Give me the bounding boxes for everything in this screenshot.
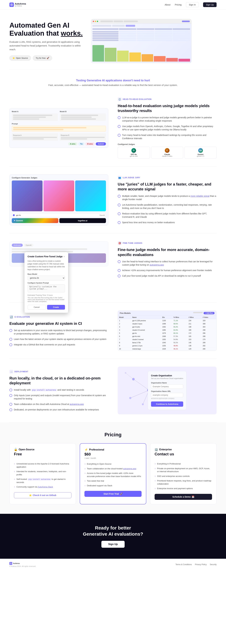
feature4-content: 🔄 CI Evaluation Evaluate your generative… [9, 315, 108, 346]
org-form-title: Create Organisation [151, 374, 183, 377]
pro-cta-icon: 🚀 [120, 492, 123, 495]
org-name-input[interactable] [151, 384, 183, 389]
dialog-title: Create Custom Fine-Tuned Judge [28, 255, 63, 258]
footer-brand: kolena © Kolena 2024. All rights reserve… [9, 562, 36, 567]
feature1-category-label: Head-to-Head Evaluation [123, 98, 152, 100]
enterprise-cta-button[interactable]: Schedule a Demo 📅 [155, 494, 212, 500]
system-prompt-label: Configure System Prompt [28, 282, 65, 284]
pricing-card-enterprise: 🏢 Enterprise Contact us ○Everything in P… [150, 443, 217, 504]
dialog-close-icon[interactable]: × [63, 255, 65, 258]
dialog-create-button[interactable]: Create [47, 305, 65, 310]
org-continue-button[interactable]: Continue to AutoArena [151, 402, 183, 407]
footer-link-security[interactable]: Security [210, 564, 217, 566]
feature5-bullet-3: Team collaboration on the cloud with Aut… [9, 402, 108, 406]
system-prompt-textarea[interactable] [28, 284, 65, 292]
bullet-icon-f2-2 [118, 204, 121, 206]
footer-link-terms[interactable]: Terms & Conditions [176, 564, 192, 566]
pricing-grid: 🔓 Open-Source Free ○Unrestricted access … [9, 443, 217, 504]
judge-name-gpt4o: GPT-4o [119, 154, 149, 155]
enterprise-features: ○Everything in Professional ○Private on-… [155, 462, 212, 490]
feature3-bullet-2-text: Achieve >10% accuracy improvements for h… [122, 269, 212, 272]
try-free-button[interactable]: Try for free 🚀 [33, 56, 52, 61]
pricing-card-pro-header: ⚡ Professional [84, 448, 142, 452]
pro-features: ○Everything in Open-Source ○Team collabo… [84, 462, 142, 487]
dialog-desc: Use a fine-tuning job to create a custom… [28, 260, 65, 271]
pro-price: $60 [84, 452, 142, 456]
feature5-bullet-2-text: Only inputs (user prompts) and outputs (… [14, 394, 108, 400]
judges-title: Configured Judges [118, 143, 217, 146]
base-model-select[interactable]: gemma-2b gemma-7b llama-3-8b [28, 276, 65, 280]
hero-title-line1: Automated Gen AI [9, 21, 69, 29]
feature5-section: Create Organisation Set up your AutoAren… [0, 359, 226, 422]
feature3-category: 🎯 Fine-Tune Judges [118, 241, 217, 245]
feature5-bullet-1-text: Install locally with pip install autoare… [14, 388, 84, 392]
pro-name: Professional [89, 448, 104, 451]
signin-button[interactable]: Sign In [186, 2, 199, 7]
enterprise-feature-2: ○Private on-premise deployment on your A… [155, 467, 212, 473]
feature1-mock: Model A Model B Prompt [9, 108, 108, 148]
nav-link-pricing[interactable]: Pricing [175, 4, 182, 6]
feature1-bullet-2: Use judge models from OpenAI, Anthropic,… [118, 125, 217, 131]
feature1-bullet-1-text: LLM-as-a-judge is a proven technique and… [122, 116, 217, 122]
judge-model-claude: claude-3-haiku [153, 155, 182, 157]
feature2-icon: 👥 [118, 176, 121, 180]
svg-point-18 [10, 563, 11, 564]
nav-brand-sub: by Kolena [15, 5, 26, 7]
dialog-cancel-button[interactable]: Cancel [28, 305, 46, 310]
check-icon-4: ○ [14, 485, 15, 488]
bullet-icon-f5-3 [9, 403, 12, 406]
table-row: 7claude-3-sonnet105554.8%153279 [118, 338, 217, 341]
bullet-icon-f4-3 [9, 343, 12, 346]
feature1-bullets: LLM-as-a-judge is a proven technique and… [118, 116, 217, 140]
org-name-label: Organisation Name [151, 382, 183, 384]
feature2-bullet-3-text: Reduce evaluation bias by using differen… [122, 212, 217, 219]
try-free-icon: 🚀 [47, 57, 49, 59]
org-form-sub: Set up your AutoArena Cloud organisation [151, 378, 183, 379]
th-wins-num: # Wins [187, 316, 202, 319]
bullet-icon-2 [118, 125, 121, 128]
footer-logo: kolena [9, 562, 36, 565]
feature5-bullet-3-text: Team collaboration on the cloud with Aut… [14, 402, 84, 406]
pricing-section: Pricing 🔓 Open-Source Free ○Unrestricted… [0, 422, 226, 514]
feature3-icon: 🎯 [118, 241, 121, 245]
th-name: Name [131, 316, 161, 319]
ent-check-1: ○ [155, 462, 156, 466]
judge-name-claude: Claude [153, 154, 182, 155]
hero-screenshot [91, 19, 192, 63]
table-row: 10mistral-large102846.1%129280 [118, 348, 217, 350]
nav-logo: AutoArena by Kolena [9, 2, 26, 7]
pro-cta-button[interactable]: Start Free Trial 🚀 [84, 491, 142, 497]
feature2-bullet-2: Let AutoArena handle parallelization, ra… [118, 203, 217, 210]
footer-link-privacy[interactable]: Privacy Policy [195, 564, 207, 566]
feature4-category: 🔄 CI Evaluation [9, 315, 108, 319]
svg-point-15 [125, 372, 126, 374]
bullet-icon-3 [118, 134, 121, 137]
feature2-bullet-2-text: Let AutoArena handle parallelization, ra… [122, 203, 217, 210]
hero-title-emphasis: works. [61, 29, 83, 37]
cta-signup-button[interactable]: Sign Up [101, 541, 125, 548]
nav-logo-icon [9, 2, 14, 7]
feature4-mock: Fine Models + Add Run Model Name Elo % W… [118, 310, 217, 351]
enterprise-feature-3: ○SSO and enterprise access controls [155, 475, 212, 478]
pro-check-4: ○ [84, 480, 86, 482]
pro-feature-1: ○Everything in Open-Source [84, 462, 142, 466]
pro-cta-label: Start Free Trial [103, 492, 119, 495]
th-votes: # Votes [202, 316, 217, 319]
check-icon-3: ○ [14, 478, 15, 484]
signup-button[interactable]: Sign Up [203, 2, 217, 7]
opensource-cta-button[interactable]: ⭐ Check it out on Github [14, 492, 71, 498]
feature5-content: ☁️ Deployment Run locally, in the cloud,… [9, 370, 108, 411]
open-source-button[interactable]: ⭐ Open Source [9, 56, 31, 61]
feature5-bullet-4: Dedicated, on-premise deployments on you… [9, 408, 108, 411]
table-row: 6gpt-4o-mini106857.3%165288 [118, 335, 217, 338]
feature3-mock-area: Anthropic OpenAI Create Custom Fine-Tune… [9, 241, 108, 295]
hero-title-line2: Evaluation that [9, 29, 61, 37]
org-url-input[interactable] [151, 393, 183, 397]
nav-link-about[interactable]: About [165, 4, 171, 6]
bullet-icon-f2-4 [118, 221, 121, 224]
opensource-feature-2: ○Intended for students, researchers, hob… [14, 470, 71, 476]
feature5-bullet-1: Install locally with pip install autoare… [9, 388, 108, 392]
judge-card-claude: C Claude claude-3-haiku [151, 147, 183, 158]
feature4-bullet-2: Learn how the latest version of your sys… [9, 338, 108, 341]
enterprise-cta-label: Schedule a Demo [172, 496, 191, 498]
